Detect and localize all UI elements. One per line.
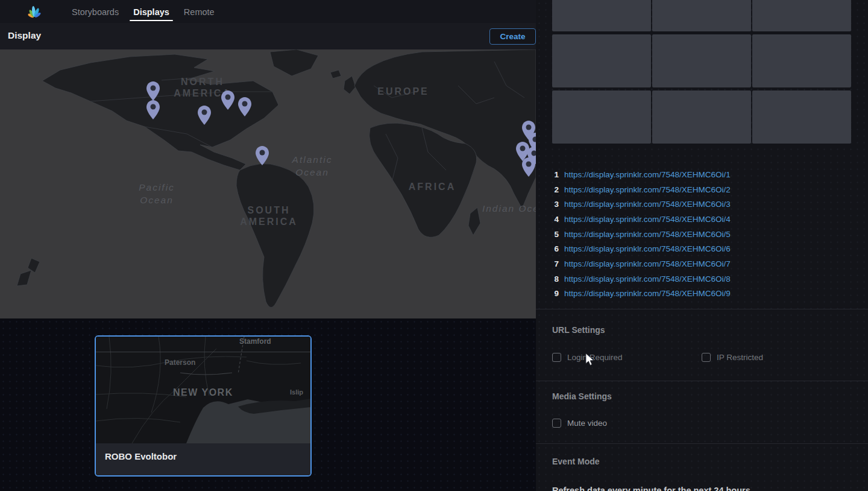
wall-cell[interactable] xyxy=(752,34,851,87)
map-pin[interactable] xyxy=(146,100,160,119)
display-card-selected[interactable]: Stamford Paterson NEW YORK Islip ROBO Ev… xyxy=(95,335,312,477)
display-name: ROBO Evoltobor xyxy=(105,451,177,461)
url-index: 1 xyxy=(552,170,559,179)
url-index: 3 xyxy=(552,200,559,209)
thumbnail-map-canvas xyxy=(96,337,310,443)
display-url-row: 5https://display.sprinklr.com/7548/XEHMC… xyxy=(552,227,731,242)
tab-storyboards[interactable]: Storyboards xyxy=(72,0,119,23)
display-url-row: 9https://display.sprinklr.com/7548/XEHMC… xyxy=(552,287,731,302)
display-card-footer: ROBO Evoltobor xyxy=(96,443,310,477)
page-header: Display Create xyxy=(0,23,536,49)
wall-cell[interactable] xyxy=(552,0,651,31)
section-divider xyxy=(536,381,868,381)
mute-video-option: Mute video xyxy=(552,419,607,428)
map-pin[interactable] xyxy=(238,97,251,116)
display-url-link[interactable]: https://display.sprinklr.com/7548/XEHMC6… xyxy=(564,185,731,194)
url-settings-heading: URL Settings xyxy=(552,325,605,335)
url-index: 2 xyxy=(552,185,559,194)
display-thumbnail-map: Stamford Paterson NEW YORK Islip xyxy=(96,337,310,443)
wall-cell[interactable] xyxy=(752,0,851,31)
event-mode-heading: Event Mode xyxy=(552,457,600,466)
display-url-row: 6https://display.sprinklr.com/7548/XEHMC… xyxy=(552,241,731,256)
display-url-row: 2https://display.sprinklr.com/7548/XEHMC… xyxy=(552,182,731,197)
wall-cell[interactable] xyxy=(752,90,851,144)
display-url-link[interactable]: https://display.sprinklr.com/7548/XEHMC6… xyxy=(564,274,731,284)
map-pin[interactable] xyxy=(522,157,535,177)
app-root: Storyboards Displays Remote Display Crea… xyxy=(0,0,868,491)
display-url-link[interactable]: https://display.sprinklr.com/7548/XEHMC6… xyxy=(564,259,731,268)
url-index: 9 xyxy=(552,289,559,298)
map-pin[interactable] xyxy=(256,146,269,165)
display-url-list: 1https://display.sprinklr.com/7548/XEHMC… xyxy=(552,167,731,301)
ip-restricted-checkbox[interactable] xyxy=(702,353,711,362)
world-map[interactable]: NORTH AMERICA EUROPE AFRICA SOUTH AMERIC… xyxy=(0,49,536,318)
display-url-row: 3https://display.sprinklr.com/7548/XEHMC… xyxy=(552,197,731,212)
tab-displays[interactable]: Displays xyxy=(133,0,169,23)
map-pin[interactable] xyxy=(146,81,160,101)
wall-cell[interactable] xyxy=(552,90,651,144)
wall-cell[interactable] xyxy=(652,90,751,144)
create-button[interactable]: Create xyxy=(489,28,536,45)
url-index: 4 xyxy=(552,215,559,224)
display-url-row: 8https://display.sprinklr.com/7548/XEHMC… xyxy=(552,271,731,287)
display-list-area: Stamford Paterson NEW YORK Islip ROBO Ev… xyxy=(0,318,536,491)
display-url-row: 4https://display.sprinklr.com/7548/XEHMC… xyxy=(552,212,731,227)
mute-video-checkbox[interactable] xyxy=(552,419,561,428)
wall-cell[interactable] xyxy=(552,34,651,87)
display-url-link[interactable]: https://display.sprinklr.com/7548/XEHMC6… xyxy=(564,289,731,298)
tab-remote[interactable]: Remote xyxy=(184,0,215,23)
display-url-link[interactable]: https://display.sprinklr.com/7548/XEHMC6… xyxy=(564,200,731,209)
sprinklr-logo-icon xyxy=(27,4,42,19)
section-divider xyxy=(536,443,868,444)
url-index: 5 xyxy=(552,230,559,239)
login-required-label: Login Required xyxy=(567,353,623,362)
wall-cell[interactable] xyxy=(652,34,751,87)
thumbnail-divider-line xyxy=(96,352,310,352)
display-url-link[interactable]: https://display.sprinklr.com/7548/XEHMC6… xyxy=(564,170,731,179)
ip-restricted-option: IP Restricted xyxy=(702,353,763,362)
mute-video-label: Mute video xyxy=(567,419,607,428)
media-settings-heading: Media Settings xyxy=(552,391,612,401)
section-divider xyxy=(536,309,868,309)
world-map-canvas xyxy=(0,49,536,318)
login-required-option: Login Required xyxy=(552,353,623,362)
ip-restricted-label: IP Restricted xyxy=(717,353,763,362)
url-index: 7 xyxy=(552,259,559,268)
screen-wall-grid xyxy=(552,0,851,144)
map-pin[interactable] xyxy=(221,90,234,110)
login-required-checkbox[interactable] xyxy=(552,353,561,362)
event-mode-description: Refresh data every minute for the next 2… xyxy=(552,486,750,491)
top-navigation: Storyboards Displays Remote xyxy=(0,0,536,23)
page-title: Display xyxy=(8,30,41,41)
display-url-link[interactable]: https://display.sprinklr.com/7548/XEHMC6… xyxy=(564,244,731,253)
display-settings-panel: 1https://display.sprinklr.com/7548/XEHMC… xyxy=(536,0,868,491)
display-url-row: 7https://display.sprinklr.com/7548/XEHMC… xyxy=(552,256,731,271)
display-url-link[interactable]: https://display.sprinklr.com/7548/XEHMC6… xyxy=(564,215,731,224)
map-pin[interactable] xyxy=(198,106,211,125)
wall-cell[interactable] xyxy=(652,0,751,31)
display-url-row: 1https://display.sprinklr.com/7548/XEHMC… xyxy=(552,167,731,182)
display-url-link[interactable]: https://display.sprinklr.com/7548/XEHMC6… xyxy=(564,230,731,239)
nav-tabs: Storyboards Displays Remote xyxy=(72,0,215,23)
url-index: 8 xyxy=(552,274,559,284)
left-column: Storyboards Displays Remote Display Crea… xyxy=(0,0,536,491)
url-index: 6 xyxy=(552,244,559,253)
